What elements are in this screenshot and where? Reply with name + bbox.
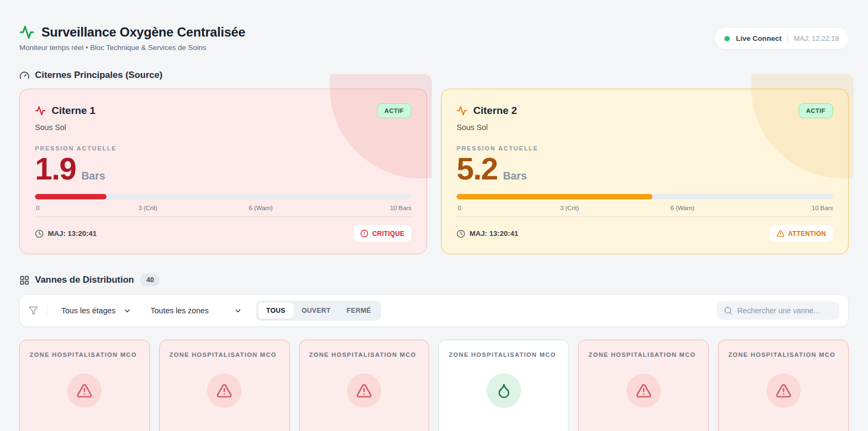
alert-badge-critique: CRITIQUE — [353, 225, 411, 242]
zones-select[interactable]: Toutes les zones — [145, 302, 247, 319]
zone-card[interactable]: ZONE HOSPITALISATION MCO — [718, 340, 849, 431]
filter-bar: Tous les étages Toutes les zones TOUS OU… — [19, 294, 849, 327]
scale-tick: 10 Bars — [812, 205, 833, 211]
chevron-down-icon — [123, 307, 131, 315]
alert-triangle-icon — [777, 229, 785, 238]
zone-card[interactable]: ZONE HOSPITALISATION MCO — [19, 340, 150, 431]
citerne-name: Citerne 1 — [52, 105, 95, 117]
alert-circle-icon — [360, 229, 368, 238]
pressure-label: PRESSION ACTUELLE — [457, 145, 833, 152]
live-status-pill: Live Connect MAJ: 12:22:18 — [715, 28, 849, 49]
state-segmented-control: TOUS OUVERT FERMÉ — [256, 300, 381, 321]
droplet-icon — [487, 373, 521, 408]
citerne-location: Sous Sol — [457, 123, 833, 132]
search-input[interactable] — [737, 306, 833, 315]
page-subtitle: Moniteur temps réel • Bloc Technique & S… — [19, 44, 245, 52]
activity-icon — [19, 25, 34, 40]
activity-icon — [457, 105, 467, 116]
segment-tous[interactable]: TOUS — [258, 303, 294, 319]
vannes-section-head: Vannes de Distribution 40 — [19, 274, 849, 286]
alert-triangle-icon — [766, 373, 801, 408]
status-badge: ACTIF — [377, 103, 411, 118]
topbar: Surveillance Oxygène Centralisée Moniteu… — [19, 25, 849, 52]
floors-select[interactable]: Tous les étages — [56, 302, 137, 319]
zone-title: ZONE HOSPITALISATION MCO — [728, 350, 838, 360]
pressure-label: PRESSION ACTUELLE — [35, 145, 411, 152]
segment-ouvert[interactable]: OUVERT — [294, 303, 339, 319]
live-status-dot — [724, 36, 730, 41]
pressure-value: 1.9 — [35, 153, 76, 185]
pressure-gauge-fill — [35, 194, 106, 199]
zone-card[interactable]: ZONE HOSPITALISATION MCO — [578, 340, 709, 431]
vannes-count-badge: 40 — [140, 274, 160, 286]
zone-card[interactable]: ZONE HOSPITALISATION MCO — [438, 340, 569, 431]
pressure-scale: 0 3 (Crit) 6 (Warn) 10 Bars — [457, 205, 833, 213]
zone-title: ZONE HOSPITALISATION MCO — [449, 350, 559, 360]
citernes-grid: Citerne 1 ACTIF Sous Sol PRESSION ACTUEL… — [19, 89, 849, 254]
scale-tick: 3 (Crit) — [560, 205, 579, 211]
dashboard: Surveillance Oxygène Centralisée Moniteu… — [0, 0, 868, 431]
card-divider — [35, 217, 411, 217]
clock-icon — [457, 229, 465, 238]
citerne-card-1: Citerne 1 ACTIF Sous Sol PRESSION ACTUEL… — [19, 89, 427, 254]
segment-ferme[interactable]: FERMÉ — [339, 303, 379, 319]
floors-select-value: Tous les étages — [61, 306, 116, 315]
zone-title: ZONE HOSPITALISATION MCO — [169, 350, 280, 360]
scale-tick: 3 (Crit) — [138, 205, 157, 211]
live-status-label: Live Connect — [736, 34, 781, 42]
alert-badge-attention: ATTENTION — [770, 225, 833, 242]
filter-icon — [29, 306, 38, 315]
citerne-updated-time: MAJ: 13:20:41 — [469, 229, 518, 238]
zones-grid: ZONE HOSPITALISATION MCO ZONE HOSPITALIS… — [19, 340, 849, 431]
vannes-section-title: Vannes de Distribution — [35, 275, 134, 285]
pressure-value: 5.2 — [457, 153, 497, 185]
brand: Surveillance Oxygène Centralisée Moniteu… — [19, 25, 245, 52]
grid-icon — [19, 275, 30, 285]
citernes-section-head: Citernes Principales (Source) — [19, 70, 849, 81]
alert-triangle-icon — [627, 373, 661, 408]
search-box — [717, 301, 839, 320]
citerne-location: Sous Sol — [35, 123, 411, 132]
clock-icon — [35, 229, 44, 238]
last-update-time: MAJ: 12:22:18 — [794, 34, 839, 42]
alert-triangle-icon — [347, 373, 381, 408]
pressure-gauge-track — [457, 194, 833, 199]
card-divider — [457, 217, 833, 217]
scale-tick: 0 — [458, 205, 461, 211]
filter-divider — [47, 305, 47, 317]
scale-tick: 6 (Warn) — [249, 205, 273, 211]
scale-tick: 10 Bars — [390, 205, 411, 211]
alert-badge-label: CRITIQUE — [372, 230, 404, 238]
chevron-down-icon — [234, 307, 242, 315]
pressure-unit: Bars — [503, 170, 527, 182]
gauge-icon — [19, 70, 30, 81]
zone-card[interactable]: ZONE HOSPITALISATION MCO — [299, 340, 430, 431]
pressure-gauge-fill — [457, 194, 652, 199]
citerne-card-2: Citerne 2 ACTIF Sous Sol PRESSION ACTUEL… — [441, 89, 849, 254]
zone-title: ZONE HOSPITALISATION MCO — [309, 350, 419, 360]
status-badge: ACTIF — [799, 103, 833, 118]
zone-title: ZONE HOSPITALISATION MCO — [588, 350, 699, 360]
alert-triangle-icon — [207, 373, 241, 408]
activity-icon — [35, 105, 46, 116]
pressure-gauge-track — [35, 194, 411, 199]
citernes-section-title: Citernes Principales (Source) — [35, 70, 162, 81]
scale-tick: 6 (Warn) — [671, 205, 694, 211]
citerne-updated-time: MAJ: 13:20:41 — [48, 229, 97, 238]
alert-badge-label: ATTENTION — [788, 230, 826, 238]
pressure-scale: 0 3 (Crit) 6 (Warn) 10 Bars — [35, 205, 411, 213]
alert-triangle-icon — [67, 373, 102, 408]
zones-select-value: Toutes les zones — [151, 306, 209, 315]
search-icon — [724, 306, 732, 315]
pill-divider — [787, 34, 788, 43]
zone-title: ZONE HOSPITALISATION MCO — [30, 350, 140, 360]
pressure-unit: Bars — [81, 170, 105, 182]
scale-tick: 0 — [36, 205, 39, 211]
citerne-name: Citerne 2 — [473, 105, 517, 117]
page-title: Surveillance Oxygène Centralisée — [41, 25, 245, 40]
zone-card[interactable]: ZONE HOSPITALISATION MCO — [159, 340, 290, 431]
